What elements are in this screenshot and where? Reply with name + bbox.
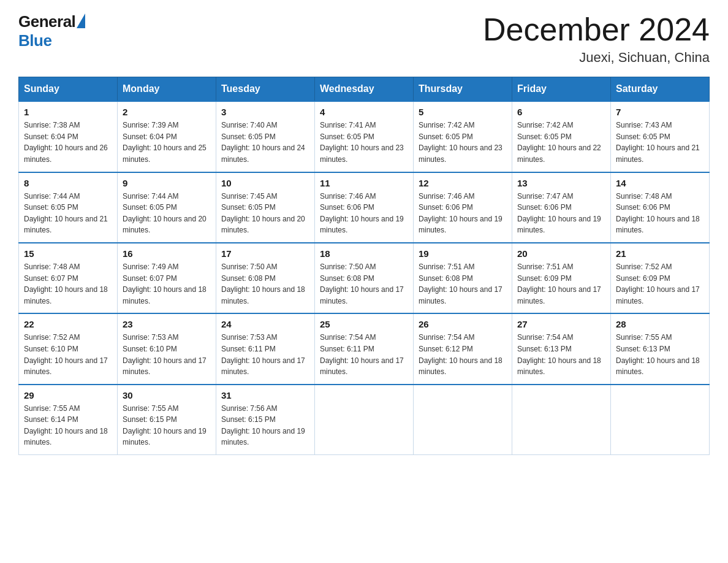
day-info: Sunrise: 7:55 AMSunset: 6:15 PMDaylight:… [123, 404, 207, 447]
day-number: 5 [419, 107, 507, 117]
calendar-cell: 27Sunrise: 7:54 AMSunset: 6:13 PMDayligh… [512, 313, 611, 384]
page-header: General Blue December 2024 Juexi, Sichua… [18, 12, 710, 66]
day-info: Sunrise: 7:48 AMSunset: 6:06 PMDaylight:… [616, 192, 700, 235]
calendar-header-row: SundayMondayTuesdayWednesdayThursdayFrid… [19, 77, 710, 102]
day-info: Sunrise: 7:55 AMSunset: 6:14 PMDaylight:… [24, 404, 108, 447]
calendar-week-row: 22Sunrise: 7:52 AMSunset: 6:10 PMDayligh… [19, 313, 710, 384]
day-info: Sunrise: 7:47 AMSunset: 6:06 PMDaylight:… [517, 192, 601, 235]
day-number: 11 [320, 178, 408, 188]
calendar-week-row: 8Sunrise: 7:44 AMSunset: 6:05 PMDaylight… [19, 172, 710, 243]
calendar-cell: 25Sunrise: 7:54 AMSunset: 6:11 PMDayligh… [315, 313, 414, 384]
location: Juexi, Sichuan, China [483, 50, 710, 66]
calendar-cell [512, 385, 611, 455]
calendar-cell: 8Sunrise: 7:44 AMSunset: 6:05 PMDaylight… [19, 172, 118, 243]
col-header-friday: Friday [512, 77, 611, 102]
day-info: Sunrise: 7:46 AMSunset: 6:06 PMDaylight:… [419, 192, 502, 235]
day-number: 23 [123, 319, 211, 329]
day-number: 27 [517, 319, 605, 329]
calendar-cell: 24Sunrise: 7:53 AMSunset: 6:11 PMDayligh… [216, 313, 315, 384]
day-info: Sunrise: 7:51 AMSunset: 6:08 PMDaylight:… [419, 262, 502, 305]
day-number: 9 [123, 178, 211, 188]
calendar-cell: 11Sunrise: 7:46 AMSunset: 6:06 PMDayligh… [315, 172, 414, 243]
calendar-cell: 21Sunrise: 7:52 AMSunset: 6:09 PMDayligh… [611, 243, 710, 313]
day-number: 8 [24, 178, 112, 188]
day-number: 29 [24, 390, 112, 400]
calendar-cell: 18Sunrise: 7:50 AMSunset: 6:08 PMDayligh… [315, 243, 414, 313]
day-number: 4 [320, 107, 408, 117]
day-info: Sunrise: 7:38 AMSunset: 6:04 PMDaylight:… [24, 121, 108, 164]
day-number: 24 [221, 319, 309, 329]
calendar-week-row: 1Sunrise: 7:38 AMSunset: 6:04 PMDaylight… [19, 101, 710, 172]
day-number: 20 [517, 248, 605, 259]
day-number: 28 [616, 319, 704, 329]
day-info: Sunrise: 7:52 AMSunset: 6:09 PMDaylight:… [616, 262, 700, 305]
calendar-cell: 9Sunrise: 7:44 AMSunset: 6:05 PMDaylight… [118, 172, 216, 243]
calendar-week-row: 29Sunrise: 7:55 AMSunset: 6:14 PMDayligh… [19, 385, 710, 455]
calendar-cell: 23Sunrise: 7:53 AMSunset: 6:10 PMDayligh… [118, 313, 216, 384]
day-info: Sunrise: 7:53 AMSunset: 6:10 PMDaylight:… [123, 333, 207, 376]
calendar-cell: 30Sunrise: 7:55 AMSunset: 6:15 PMDayligh… [118, 385, 216, 455]
logo: General Blue [18, 12, 85, 50]
calendar-cell: 7Sunrise: 7:43 AMSunset: 6:05 PMDaylight… [611, 101, 710, 172]
day-number: 13 [517, 178, 605, 188]
calendar-cell: 15Sunrise: 7:48 AMSunset: 6:07 PMDayligh… [19, 243, 118, 313]
day-info: Sunrise: 7:44 AMSunset: 6:05 PMDaylight:… [123, 192, 207, 235]
day-info: Sunrise: 7:45 AMSunset: 6:05 PMDaylight:… [221, 192, 305, 235]
col-header-tuesday: Tuesday [216, 77, 315, 102]
day-info: Sunrise: 7:50 AMSunset: 6:08 PMDaylight:… [320, 262, 404, 305]
day-number: 25 [320, 319, 408, 329]
title-block: December 2024 Juexi, Sichuan, China [483, 12, 710, 66]
day-number: 6 [517, 107, 605, 117]
day-number: 17 [221, 248, 309, 259]
calendar-cell: 3Sunrise: 7:40 AMSunset: 6:05 PMDaylight… [216, 101, 315, 172]
day-number: 2 [123, 107, 211, 117]
day-number: 10 [221, 178, 309, 188]
calendar-cell [611, 385, 710, 455]
calendar-cell: 4Sunrise: 7:41 AMSunset: 6:05 PMDaylight… [315, 101, 414, 172]
col-header-thursday: Thursday [414, 77, 512, 102]
calendar-cell: 14Sunrise: 7:48 AMSunset: 6:06 PMDayligh… [611, 172, 710, 243]
calendar-cell: 1Sunrise: 7:38 AMSunset: 6:04 PMDaylight… [19, 101, 118, 172]
col-header-wednesday: Wednesday [315, 77, 414, 102]
day-number: 12 [419, 178, 507, 188]
day-info: Sunrise: 7:40 AMSunset: 6:05 PMDaylight:… [221, 121, 305, 164]
col-header-monday: Monday [118, 77, 216, 102]
day-info: Sunrise: 7:42 AMSunset: 6:05 PMDaylight:… [517, 121, 601, 164]
day-number: 26 [419, 319, 507, 329]
day-number: 31 [221, 390, 309, 400]
calendar-cell: 28Sunrise: 7:55 AMSunset: 6:13 PMDayligh… [611, 313, 710, 384]
day-number: 22 [24, 319, 112, 329]
day-info: Sunrise: 7:52 AMSunset: 6:10 PMDaylight:… [24, 333, 108, 376]
day-info: Sunrise: 7:48 AMSunset: 6:07 PMDaylight:… [24, 262, 108, 305]
calendar-week-row: 15Sunrise: 7:48 AMSunset: 6:07 PMDayligh… [19, 243, 710, 313]
calendar-cell: 10Sunrise: 7:45 AMSunset: 6:05 PMDayligh… [216, 172, 315, 243]
day-number: 1 [24, 107, 112, 117]
day-info: Sunrise: 7:54 AMSunset: 6:11 PMDaylight:… [320, 333, 404, 376]
day-info: Sunrise: 7:43 AMSunset: 6:05 PMDaylight:… [616, 121, 700, 164]
calendar-cell: 13Sunrise: 7:47 AMSunset: 6:06 PMDayligh… [512, 172, 611, 243]
day-info: Sunrise: 7:56 AMSunset: 6:15 PMDaylight:… [221, 404, 305, 447]
day-info: Sunrise: 7:49 AMSunset: 6:07 PMDaylight:… [123, 262, 207, 305]
calendar-cell: 12Sunrise: 7:46 AMSunset: 6:06 PMDayligh… [414, 172, 512, 243]
calendar-cell: 26Sunrise: 7:54 AMSunset: 6:12 PMDayligh… [414, 313, 512, 384]
calendar-cell: 29Sunrise: 7:55 AMSunset: 6:14 PMDayligh… [19, 385, 118, 455]
calendar-cell: 6Sunrise: 7:42 AMSunset: 6:05 PMDaylight… [512, 101, 611, 172]
calendar-cell: 5Sunrise: 7:42 AMSunset: 6:05 PMDaylight… [414, 101, 512, 172]
day-number: 16 [123, 248, 211, 259]
day-number: 30 [123, 390, 211, 400]
logo-triangle-icon [77, 13, 85, 28]
month-title: December 2024 [483, 12, 710, 47]
day-info: Sunrise: 7:50 AMSunset: 6:08 PMDaylight:… [221, 262, 305, 305]
day-number: 19 [419, 248, 507, 259]
calendar-cell: 31Sunrise: 7:56 AMSunset: 6:15 PMDayligh… [216, 385, 315, 455]
calendar-cell: 17Sunrise: 7:50 AMSunset: 6:08 PMDayligh… [216, 243, 315, 313]
day-info: Sunrise: 7:42 AMSunset: 6:05 PMDaylight:… [419, 121, 502, 164]
day-info: Sunrise: 7:54 AMSunset: 6:12 PMDaylight:… [419, 333, 502, 376]
day-info: Sunrise: 7:44 AMSunset: 6:05 PMDaylight:… [24, 192, 108, 235]
calendar-cell: 20Sunrise: 7:51 AMSunset: 6:09 PMDayligh… [512, 243, 611, 313]
day-number: 15 [24, 248, 112, 259]
day-number: 3 [221, 107, 309, 117]
col-header-sunday: Sunday [19, 77, 118, 102]
day-number: 14 [616, 178, 704, 188]
day-info: Sunrise: 7:39 AMSunset: 6:04 PMDaylight:… [123, 121, 207, 164]
